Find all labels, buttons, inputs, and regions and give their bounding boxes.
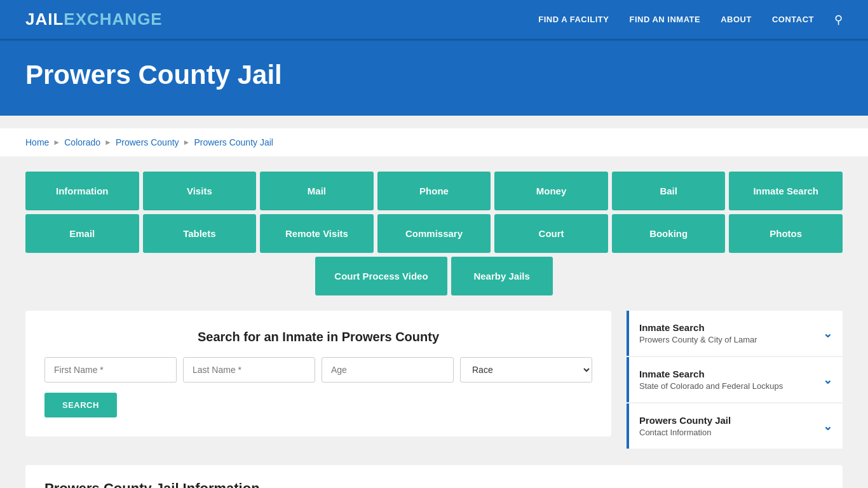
breadcrumb-current: Prowers County Jail (194, 137, 273, 147)
nav-about[interactable]: ABOUT (721, 15, 752, 24)
page-title: Prowers County Jail (25, 60, 843, 90)
chevron-down-icon-2: ⌄ (823, 373, 832, 387)
chevron-down-icon-3: ⌄ (823, 419, 832, 433)
sidebar-item-2-title: Inmate Search (639, 369, 783, 379)
search-fields: Race White Black Hispanic Asian Other (44, 357, 592, 383)
breadcrumb-sep-2: ► (104, 138, 112, 147)
btn-photos[interactable]: Photos (729, 214, 843, 253)
logo-exchange: EXCHANGE (64, 10, 162, 29)
first-name-input[interactable] (44, 357, 177, 383)
navbar: JAILEXCHANGE FIND A FACILITY FIND AN INM… (0, 0, 868, 41)
btn-bail[interactable]: Bail (612, 172, 726, 210)
inmate-search-title: Search for an Inmate in Prowers County (44, 330, 592, 344)
hero-section: Prowers County Jail (0, 41, 868, 116)
sidebar-item-1[interactable]: Inmate Search Prowers County & City of L… (627, 311, 843, 356)
sidebar-item-1-subtitle: Prowers County & City of Lamar (639, 335, 757, 344)
btn-tablets[interactable]: Tablets (143, 214, 257, 253)
breadcrumb: Home ► Colorado ► Prowers County ► Prowe… (0, 128, 868, 156)
btn-mail[interactable]: Mail (260, 172, 374, 210)
nav-links: FIND A FACILITY FIND AN INMATE ABOUT CON… (538, 13, 843, 27)
main-area: Home ► Colorado ► Prowers County ► Prowe… (0, 116, 868, 488)
btn-remote-visits[interactable]: Remote Visits (260, 214, 374, 253)
sidebar-item-3-subtitle: Contact Information (639, 428, 731, 437)
sidebar-item-3-title: Prowers County Jail (639, 415, 731, 426)
race-select[interactable]: Race White Black Hispanic Asian Other (460, 357, 592, 383)
breadcrumb-colorado[interactable]: Colorado (64, 137, 100, 147)
info-section: Prowers County Jail Information (25, 465, 843, 488)
btn-phone[interactable]: Phone (377, 172, 491, 210)
btn-court-process-video[interactable]: Court Process Video (315, 257, 447, 295)
site-logo[interactable]: JAILEXCHANGE (25, 10, 163, 29)
inmate-search-card: Search for an Inmate in Prowers County R… (25, 311, 611, 437)
info-section-title: Prowers County Jail Information (44, 480, 824, 488)
sidebar-item-2-subtitle: State of Colorado and Federal Lockups (639, 381, 783, 391)
sidebar-item-2[interactable]: Inmate Search State of Colorado and Fede… (627, 357, 843, 402)
nav-find-inmate[interactable]: FIND AN INMATE (629, 15, 700, 24)
breadcrumb-sep-3: ► (183, 138, 191, 147)
btn-money[interactable]: Money (494, 172, 608, 210)
nav-contact[interactable]: CONTACT (772, 15, 814, 24)
chevron-down-icon-1: ⌄ (823, 327, 832, 341)
button-grid-row3: Court Process Video Nearby Jails (25, 257, 843, 295)
btn-information[interactable]: Information (25, 172, 139, 210)
btn-nearby-jails[interactable]: Nearby Jails (451, 257, 553, 295)
breadcrumb-home[interactable]: Home (25, 137, 49, 147)
search-button[interactable]: SEARCH (44, 393, 117, 417)
btn-court[interactable]: Court (494, 214, 608, 253)
breadcrumb-prowers-county[interactable]: Prowers County (116, 137, 179, 147)
logo-jail: JAIL (25, 10, 64, 29)
btn-commissary[interactable]: Commissary (377, 214, 491, 253)
btn-visits[interactable]: Visits (143, 172, 257, 210)
right-sidebar: Inmate Search Prowers County & City of L… (627, 311, 843, 450)
last-name-input[interactable] (183, 357, 315, 383)
button-grid-row2: Email Tablets Remote Visits Commissary C… (25, 214, 843, 253)
btn-booking[interactable]: Booking (612, 214, 726, 253)
age-input[interactable] (322, 357, 454, 383)
search-icon-button[interactable]: ⚲ (834, 13, 843, 27)
button-grid-row1: Information Visits Mail Phone Money Bail… (25, 172, 843, 210)
sidebar-item-3[interactable]: Prowers County Jail Contact Information … (627, 403, 843, 449)
nav-find-facility[interactable]: FIND A FACILITY (538, 15, 609, 24)
btn-email[interactable]: Email (25, 214, 139, 253)
sidebar-item-1-title: Inmate Search (639, 322, 757, 333)
lower-section: Search for an Inmate in Prowers County R… (25, 311, 843, 450)
btn-inmate-search[interactable]: Inmate Search (729, 172, 843, 210)
breadcrumb-sep-1: ► (53, 138, 60, 147)
